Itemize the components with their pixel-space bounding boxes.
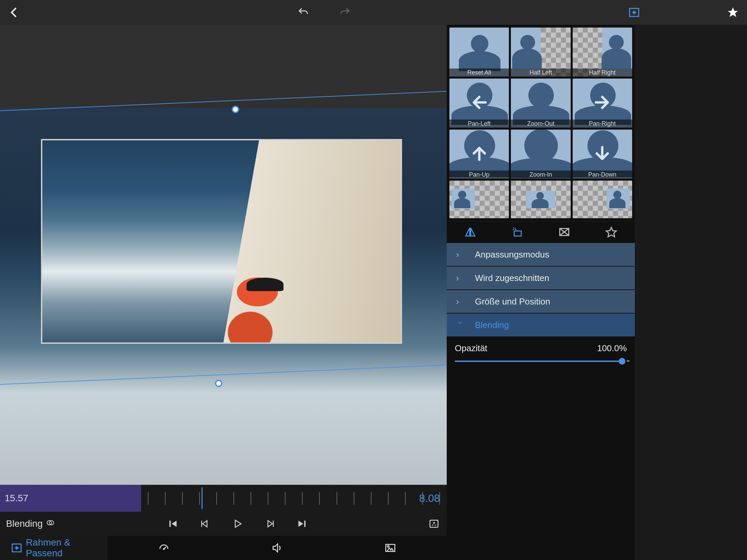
arrow-right-icon <box>593 93 612 113</box>
fit-screen-icon[interactable] <box>557 224 572 239</box>
star-icon[interactable] <box>725 5 740 20</box>
main-row: 15.57 8.08 Blending <box>0 25 747 560</box>
svg-marker-10 <box>235 520 241 527</box>
chevron-right-icon: › <box>456 296 464 307</box>
timeline-ticks <box>141 485 447 512</box>
play-controls: Blending <box>0 512 447 536</box>
transform-handle-top[interactable] <box>232 106 239 113</box>
crop-frame[interactable] <box>41 139 402 344</box>
svg-marker-13 <box>299 521 304 527</box>
playhead[interactable] <box>202 487 203 509</box>
app-root: 15.57 8.08 Blending <box>0 0 747 560</box>
video-frame-content <box>42 140 401 342</box>
svg-marker-8 <box>203 521 207 527</box>
skip-start-icon[interactable] <box>166 517 180 530</box>
svg-marker-21 <box>273 544 278 552</box>
bottom-tabs: Rahmen & Passend <box>0 536 447 560</box>
play-icon[interactable] <box>231 517 244 530</box>
preview-column: 15.57 8.08 Blending <box>0 25 447 560</box>
mirror-icon[interactable] <box>463 224 478 239</box>
svg-point-20 <box>163 549 164 550</box>
top-toolbar <box>0 0 747 25</box>
svg-marker-28 <box>466 228 470 236</box>
favorite-preset-icon[interactable] <box>604 224 619 239</box>
chevron-right-icon: › <box>456 273 464 283</box>
preset-half-right[interactable]: Half Right <box>573 28 632 77</box>
preset-half-left[interactable]: Half Left <box>511 28 570 77</box>
svg-point-18 <box>16 547 18 549</box>
video-frame-detail <box>247 278 283 291</box>
svg-marker-29 <box>471 228 475 236</box>
preset-small-right[interactable] <box>573 181 632 218</box>
preset-zoom-in[interactable]: Zoom-In <box>511 130 570 179</box>
tab-audio[interactable] <box>221 536 334 560</box>
frame-fit-icon[interactable] <box>627 5 642 20</box>
arrow-left-icon <box>470 93 489 113</box>
slider-thumb[interactable] <box>619 358 625 365</box>
arrow-down-icon <box>593 144 612 164</box>
tab-frame-fit-label: Rahmen & Passend <box>26 537 107 559</box>
svg-marker-7 <box>172 521 177 527</box>
tab-frame-fit[interactable]: Rahmen & Passend <box>0 536 107 560</box>
preset-pan-up[interactable]: Pan-Up <box>449 130 509 179</box>
preview-area[interactable] <box>0 25 447 485</box>
accordion-wird-zugeschnitten[interactable]: › Wird zugeschnitten <box>447 267 635 290</box>
svg-rect-30 <box>514 231 521 236</box>
skip-end-icon[interactable] <box>295 517 309 530</box>
accordion-groesse-position[interactable]: › Größe und Position <box>447 290 635 314</box>
side-panel: Reset All Half Left Half Right Pan-Left <box>447 25 635 560</box>
opacity-label: Opazität <box>455 343 487 353</box>
tab-effects[interactable] <box>334 536 447 560</box>
step-back-icon[interactable] <box>199 517 212 530</box>
preset-small-left[interactable] <box>449 181 509 218</box>
opacity-value: 100.0% <box>597 343 627 353</box>
timeline-ruler[interactable]: 8.08 <box>141 485 447 512</box>
opacity-section: Opazität 100.0% <box>447 337 635 368</box>
preset-pan-down[interactable]: Pan-Down <box>573 130 632 179</box>
crop-transform-icon[interactable] <box>510 224 525 239</box>
chevron-down-icon: › <box>455 321 466 329</box>
step-forward-icon[interactable] <box>263 517 277 530</box>
sub-toolbar <box>447 221 635 243</box>
svg-marker-11 <box>268 521 273 527</box>
svg-point-23 <box>387 545 389 547</box>
back-icon[interactable] <box>7 5 22 20</box>
opacity-slider[interactable] <box>455 358 627 364</box>
tab-speed[interactable] <box>107 536 221 560</box>
preset-small-center[interactable] <box>511 181 570 218</box>
accordion: › Anpassungsmodus › Wird zugeschnitten ›… <box>447 243 635 337</box>
undo-icon[interactable] <box>296 5 311 20</box>
chevron-right-icon: › <box>456 249 464 260</box>
slider-track <box>455 361 623 362</box>
clip-time-label: 15.57 <box>5 493 28 504</box>
preset-reset-all[interactable]: Reset All <box>449 28 509 77</box>
accordion-anpassungsmodus[interactable]: › Anpassungsmodus <box>447 243 635 267</box>
svg-marker-3 <box>728 7 738 17</box>
preset-pan-left[interactable]: Pan-Left <box>449 79 509 128</box>
snapshot-icon[interactable] <box>427 517 441 530</box>
svg-marker-34 <box>606 228 616 237</box>
mode-label: Blending <box>6 518 55 529</box>
transform-handle-bottom[interactable] <box>215 380 222 387</box>
preset-pan-right[interactable]: Pan-Right <box>573 79 632 128</box>
preset-zoom-out[interactable]: Zoom-Out <box>511 79 570 128</box>
svg-point-2 <box>634 12 635 13</box>
accordion-blending[interactable]: › Blending <box>447 314 635 337</box>
preset-grid: Reset All Half Left Half Right Pan-Left <box>447 25 635 221</box>
slider-end-mark <box>627 360 629 362</box>
svg-rect-14 <box>304 521 306 527</box>
arrow-up-icon <box>470 144 489 164</box>
timeline-remaining: 8.08 <box>419 492 440 505</box>
redo-icon[interactable] <box>338 5 352 20</box>
timeline-clip[interactable]: 15.57 <box>0 485 141 512</box>
blending-badge-icon <box>46 518 55 529</box>
svg-rect-6 <box>170 521 171 527</box>
timeline[interactable]: 15.57 8.08 <box>0 485 447 512</box>
